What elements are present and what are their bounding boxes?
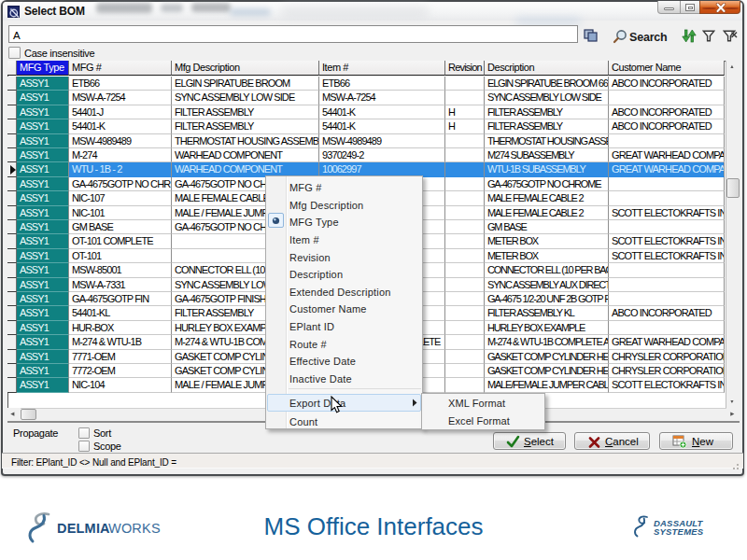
svg-text:WORKS: WORKS xyxy=(108,521,161,536)
svg-text:DELMIA: DELMIA xyxy=(57,521,110,536)
svg-text:SYSTEMES: SYSTEMES xyxy=(654,526,704,537)
